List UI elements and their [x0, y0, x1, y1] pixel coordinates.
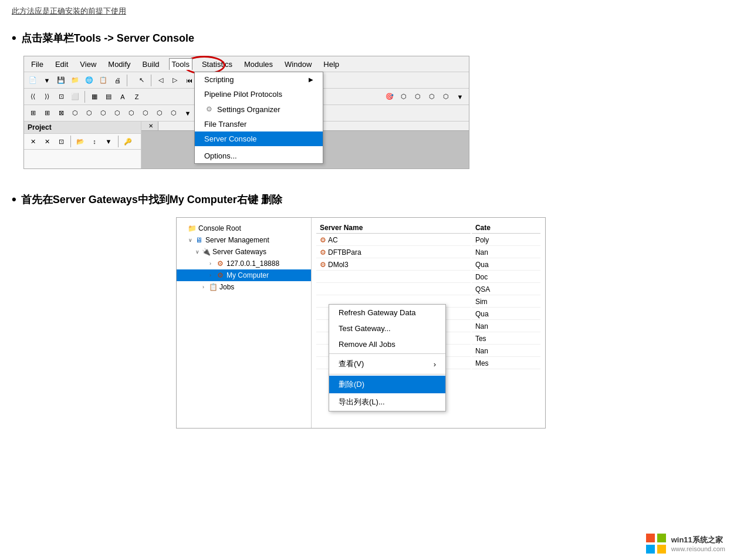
tb2-f[interactable]: ▤	[102, 90, 115, 103]
tree-my-computer[interactable]: › ⚙ My Computer	[177, 269, 311, 281]
section2-heading: • 首先在Server Gateways中找到My Computer右键 删除	[12, 193, 725, 207]
cate-5: QSA	[472, 284, 540, 295]
menu-settings-organizer[interactable]: ⚙ Settings Organizer	[195, 102, 323, 117]
menu-build[interactable]: Build	[140, 59, 162, 70]
tb3-g[interactable]: ⬡	[111, 107, 124, 120]
tb2-m[interactable]: ⬡	[440, 90, 452, 103]
settings-organizer-label: Settings Organizer	[217, 105, 280, 114]
tab-close-icon[interactable]: ✕	[148, 123, 153, 129]
ctx-remove-all[interactable]: Remove All Jobs	[329, 336, 445, 352]
jobs-icon: 📋	[208, 282, 218, 292]
section1-heading-text: 点击菜单栏Tools -> Server Console	[21, 31, 194, 45]
tb3-e[interactable]: ⬡	[83, 107, 96, 120]
doc-btn[interactable]: 📋	[97, 74, 110, 87]
tb3-k[interactable]: ⬡	[167, 107, 180, 120]
cursor-btn[interactable]: ↖	[135, 74, 148, 87]
proj-copy[interactable]: ⊡	[55, 135, 67, 148]
menu-file[interactable]: File	[29, 59, 46, 70]
menu-pipeline-pilot[interactable]: Pipeline Pilot Protocols	[195, 87, 323, 102]
tb3-a[interactable]: ⊞	[26, 107, 39, 120]
tb2-i[interactable]: 🎯	[383, 90, 396, 103]
ctx-sep2	[329, 374, 445, 375]
bullet-2: •	[12, 193, 16, 206]
server-mgmt-label: Server Management	[205, 236, 269, 244]
mycomp-expand: ›	[209, 272, 215, 278]
proj-del[interactable]: ✕	[40, 135, 53, 148]
ctx-test[interactable]: Test Gateway...	[329, 321, 445, 336]
tb2-k[interactable]: ⬡	[411, 90, 424, 103]
tb-b[interactable]: ▷	[168, 74, 181, 87]
tb2-c[interactable]: ⊡	[55, 90, 67, 103]
tb2-b[interactable]: ⟩⟩	[40, 90, 53, 103]
svg-rect-0	[646, 534, 655, 542]
tb-a[interactable]: ◁	[154, 74, 167, 87]
cate-dftb: Nan	[472, 247, 540, 258]
proj-new[interactable]: ✕	[26, 135, 39, 148]
server-name-4	[316, 272, 471, 283]
menu-modify[interactable]: Modify	[106, 59, 133, 70]
menu-file-transfer[interactable]: File Transfer	[195, 117, 323, 131]
mycomp-icon: ⚙	[215, 271, 225, 280]
tb2-n[interactable]: ▼	[454, 90, 466, 103]
cate-9: Tes	[472, 333, 540, 345]
ip-label: 127.0.0.1_18888	[226, 259, 279, 268]
menu-options[interactable]: Options...	[195, 149, 323, 163]
table-row: ⚙AC Poly	[316, 235, 540, 246]
menu-edit[interactable]: Edit	[53, 59, 70, 70]
menu-tools[interactable]: Tools	[169, 58, 192, 70]
tb3-h[interactable]: ⬡	[125, 107, 138, 120]
tb3-b[interactable]: ⊞	[40, 107, 53, 120]
ctx-delete[interactable]: 删除(D)	[329, 376, 445, 393]
print-btn[interactable]: 🖨	[111, 74, 124, 87]
tb3-f[interactable]: ⬡	[97, 107, 110, 120]
tree-console-root[interactable]: 📁 Console Root	[177, 222, 311, 234]
ctx-view-label: 查看(V)	[339, 359, 364, 369]
tb3-d[interactable]: ⬡	[69, 107, 82, 120]
menu-statistics[interactable]: Statistics	[200, 59, 235, 70]
menu-view[interactable]: View	[77, 59, 99, 70]
file-transfer-label: File Transfer	[204, 120, 246, 129]
proj-sep	[70, 136, 71, 147]
folder-btn[interactable]: 📁	[69, 74, 82, 87]
tree-jobs[interactable]: › 📋 Jobs	[177, 281, 311, 293]
tree-server-gateways[interactable]: ∨ 🔌 Server Gateways	[177, 246, 311, 258]
save-btn[interactable]: 💾	[55, 74, 67, 87]
menu-scripting[interactable]: Scripting ▶	[195, 72, 323, 87]
menu-server-console[interactable]: Server Console	[195, 131, 323, 146]
tb2-e[interactable]: ▦	[88, 90, 101, 103]
proj-sort[interactable]: ↕	[88, 135, 101, 148]
cate-7: Qua	[472, 309, 540, 320]
globe-btn[interactable]: 🌐	[83, 74, 96, 87]
tb2-a[interactable]: ⟨⟨	[26, 90, 39, 103]
tab-item[interactable]: ✕	[141, 122, 158, 130]
tb2-d[interactable]: ⬜	[69, 90, 82, 103]
tb2-h[interactable]: Z	[130, 90, 143, 103]
ctx-export[interactable]: 导出列表(L)...	[329, 393, 445, 411]
tb3-i[interactable]: ⬡	[139, 107, 152, 120]
ctx-refresh[interactable]: Refresh Gateway Data	[329, 305, 445, 321]
tb3-l[interactable]: ▼	[181, 107, 194, 120]
tb-c[interactable]: ⏮	[182, 74, 195, 87]
app-window: File Edit View Modify Build Tools Statis…	[23, 56, 469, 169]
tb2-l[interactable]: ⬡	[425, 90, 438, 103]
new-btn[interactable]: 📄	[26, 74, 39, 87]
dropdown-btn[interactable]: ▼	[40, 74, 53, 87]
section1-heading: • 点击菜单栏Tools -> Server Console	[12, 31, 725, 45]
tree-server-management[interactable]: ∨ 🖥 Server Management	[177, 234, 311, 246]
menu-help[interactable]: Help	[321, 59, 342, 70]
menu-modules[interactable]: Modules	[242, 59, 275, 70]
tb2-g[interactable]: A	[116, 90, 129, 103]
ip-expand: ›	[209, 261, 215, 266]
tree-127001[interactable]: › ⚙ 127.0.0.1_18888	[177, 258, 311, 269]
menu-window[interactable]: Window	[282, 59, 314, 70]
proj-key[interactable]: 🔑	[121, 135, 134, 148]
mycomp-label: My Computer	[226, 271, 269, 279]
ctx-view[interactable]: 查看(V) ›	[329, 355, 445, 373]
tb3-j[interactable]: ⬡	[153, 107, 166, 120]
context-menu: Refresh Gateway Data Test Gateway... Rem…	[329, 304, 446, 411]
ctx-sep1	[329, 353, 445, 354]
tb3-c[interactable]: ⊠	[55, 107, 67, 120]
tb2-j[interactable]: ⬡	[397, 90, 410, 103]
proj-open[interactable]: 📂	[74, 135, 87, 148]
proj-dd[interactable]: ▼	[102, 135, 115, 148]
